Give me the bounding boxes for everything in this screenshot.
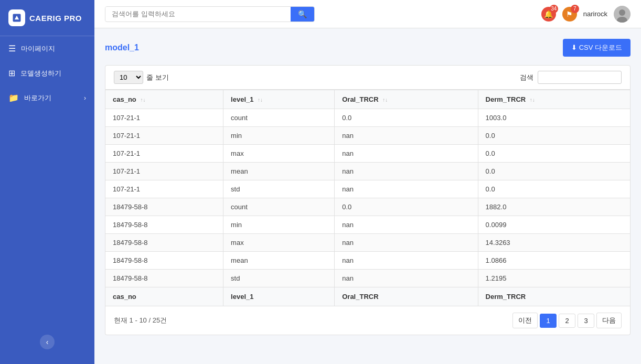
- col-header-level-1[interactable]: level_1 ↑↓: [223, 90, 335, 109]
- rows-per-page-select[interactable]: 10 25 50 100: [114, 71, 143, 84]
- page-content: model_1 ⬇ CSV 다운로드 10 25 50 100 줄 보기 검색: [94, 28, 641, 364]
- table-row: 107-21-1meannan0.0: [105, 163, 631, 180]
- page-button-2[interactable]: 2: [559, 314, 575, 328]
- sidebar-item-shortcuts-label: 바로가기: [24, 93, 51, 103]
- cell-cas_no: 18479-58-8: [105, 198, 223, 216]
- model-header: model_1 ⬇ CSV 다운로드: [105, 39, 631, 57]
- cell-level_1: count: [223, 109, 335, 127]
- table-search-group: 검색: [520, 71, 622, 84]
- table-header-row: cas_no ↑↓ level_1 ↑↓ Oral_TRCR ↑↓ Derm: [105, 90, 631, 109]
- sidebar-logo[interactable]: CAERIG PRO: [0, 0, 94, 36]
- sidebar-item-shortcuts[interactable]: 📁 바로가기 ›: [0, 85, 94, 110]
- cell-derm_trcr: 0.0: [478, 145, 630, 163]
- cell-level_1: std: [223, 180, 335, 198]
- col-header-cas-no[interactable]: cas_no ↑↓: [105, 90, 223, 109]
- table-head: cas_no ↑↓ level_1 ↑↓ Oral_TRCR ↑↓ Derm: [105, 90, 631, 109]
- csv-download-button[interactable]: ⬇ CSV 다운로드: [563, 39, 631, 57]
- col-label-oral-trcr: Oral_TRCR: [342, 95, 378, 103]
- logo-icon: [8, 9, 25, 26]
- folder-icon: 📁: [8, 93, 19, 103]
- pagination-bar: 현재 1 - 10 / 25건 이전 1 2 3 다음: [105, 306, 631, 335]
- sidebar-item-model-create-label: 모델생성하기: [20, 69, 61, 78]
- cell-cas_no: 18479-58-8: [105, 234, 223, 252]
- cell-level_1: mean: [223, 252, 335, 270]
- page-button-1[interactable]: 1: [540, 314, 557, 328]
- cell-oral_trcr: nan: [335, 163, 478, 180]
- footer-col-cas-no: cas_no: [105, 287, 223, 306]
- user-avatar[interactable]: [614, 6, 631, 23]
- cell-cas_no: 107-21-1: [105, 127, 223, 145]
- table-row: 18479-58-8maxnan14.3263: [105, 234, 631, 252]
- cell-cas_no: 107-21-1: [105, 145, 223, 163]
- next-page-button[interactable]: 다음: [596, 313, 622, 328]
- col-label-level-1: level_1: [231, 95, 253, 103]
- notification-badge-1[interactable]: 🔔 34: [541, 7, 556, 22]
- cell-oral_trcr: 0.0: [335, 198, 478, 216]
- footer-col-derm-trcr: Derm_TRCR: [478, 287, 630, 306]
- search-box: 🔍: [105, 6, 315, 22]
- sort-icon-cas-no: ↑↓: [140, 97, 145, 103]
- cell-level_1: max: [223, 145, 335, 163]
- cell-derm_trcr: 1003.0: [478, 109, 630, 127]
- cell-cas_no: 18479-58-8: [105, 252, 223, 270]
- page-button-3[interactable]: 3: [578, 314, 594, 328]
- sidebar-collapse-button[interactable]: ‹: [40, 335, 55, 349]
- search-input[interactable]: [105, 7, 291, 21]
- cell-oral_trcr: nan: [335, 270, 478, 287]
- cell-level_1: min: [223, 127, 335, 145]
- footer-col-level-1: level_1: [223, 287, 335, 306]
- cell-derm_trcr: 0.0099: [478, 216, 630, 234]
- sidebar-item-mypage[interactable]: ☰ 마이페이지: [0, 36, 94, 61]
- cell-level_1: min: [223, 216, 335, 234]
- chevron-right-icon: ›: [84, 94, 86, 102]
- cell-derm_trcr: 1882.0: [478, 198, 630, 216]
- cell-derm_trcr: 0.0: [478, 127, 630, 145]
- grid-icon: ☰: [8, 44, 16, 53]
- table-search-label: 검색: [520, 73, 533, 82]
- cell-derm_trcr: 0.0: [478, 163, 630, 180]
- table-foot: cas_no level_1 Oral_TRCR Derm_TRCR: [105, 287, 631, 306]
- pagination-buttons: 이전 1 2 3 다음: [512, 313, 622, 328]
- col-header-oral-trcr[interactable]: Oral_TRCR ↑↓: [335, 90, 478, 109]
- cell-oral_trcr: nan: [335, 216, 478, 234]
- footer-col-oral-trcr: Oral_TRCR: [335, 287, 478, 306]
- table-row: 107-21-1minnan0.0: [105, 127, 631, 145]
- sort-icon-derm-trcr: ↑↓: [530, 97, 535, 103]
- cell-oral_trcr: nan: [335, 252, 478, 270]
- collapse-icon: ‹: [46, 338, 49, 346]
- table-controls: 10 25 50 100 줄 보기 검색: [105, 65, 631, 90]
- notification-badge-2[interactable]: ⚑ 7: [562, 7, 577, 22]
- col-label-cas-no: cas_no: [113, 95, 136, 103]
- cell-level_1: count: [223, 198, 335, 216]
- sort-icon-level-1: ↑↓: [258, 97, 263, 103]
- logo-text: CAERIG PRO: [29, 14, 82, 23]
- rows-label: 줄 보기: [146, 73, 169, 82]
- cell-oral_trcr: nan: [335, 234, 478, 252]
- cell-oral_trcr: nan: [335, 180, 478, 198]
- username-label[interactable]: narirock: [583, 10, 607, 18]
- sidebar-item-model-create[interactable]: ⊞ 모델생성하기: [0, 61, 94, 85]
- cell-derm_trcr: 1.2195: [478, 270, 630, 287]
- cell-level_1: max: [223, 234, 335, 252]
- data-table: cas_no ↑↓ level_1 ↑↓ Oral_TRCR ↑↓ Derm: [105, 90, 631, 306]
- topbar-right: 🔔 34 ⚑ 7 narirock: [541, 6, 631, 23]
- table-footer-row: cas_no level_1 Oral_TRCR Derm_TRCR: [105, 287, 631, 306]
- prev-page-button[interactable]: 이전: [512, 313, 538, 328]
- cell-derm_trcr: 0.0: [478, 180, 630, 198]
- search-button[interactable]: 🔍: [291, 7, 314, 22]
- notif2-count: 7: [571, 5, 579, 13]
- cell-oral_trcr: nan: [335, 145, 478, 163]
- table-row: 18479-58-8count0.01882.0: [105, 198, 631, 216]
- svg-point-1: [619, 9, 625, 16]
- cell-derm_trcr: 14.3263: [478, 234, 630, 252]
- sidebar: CAERIG PRO ☰ 마이페이지 ⊞ 모델생성하기 📁 바로가기 › ‹: [0, 0, 94, 364]
- table-row: 107-21-1maxnan0.0: [105, 145, 631, 163]
- table-search-input[interactable]: [538, 71, 622, 84]
- col-header-derm-trcr[interactable]: Derm_TRCR ↑↓: [478, 90, 630, 109]
- table-wrapper: 10 25 50 100 줄 보기 검색 cas_n: [105, 65, 631, 335]
- cell-oral_trcr: 0.0: [335, 109, 478, 127]
- col-label-derm-trcr: Derm_TRCR: [486, 95, 526, 103]
- main-area: 🔍 🔔 34 ⚑ 7 narirock model_1 ⬇ CSV 다운로드: [94, 0, 641, 364]
- table-row: 18479-58-8minnan0.0099: [105, 216, 631, 234]
- notif1-count: 34: [550, 5, 558, 13]
